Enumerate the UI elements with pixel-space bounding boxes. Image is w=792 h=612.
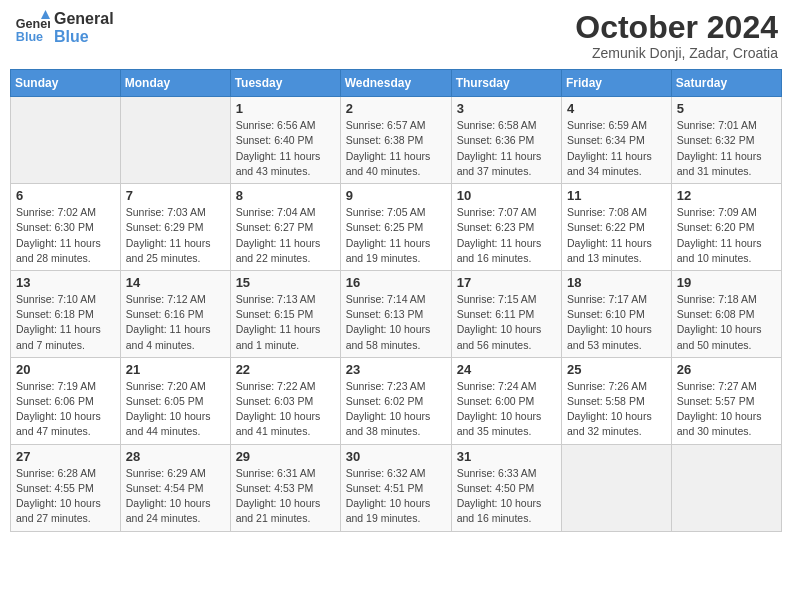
day-number: 19 (677, 275, 776, 290)
day-of-week-header: Wednesday (340, 70, 451, 97)
calendar-cell: 6Sunrise: 7:02 AM Sunset: 6:30 PM Daylig… (11, 184, 121, 271)
day-number: 1 (236, 101, 335, 116)
day-number: 3 (457, 101, 556, 116)
day-info: Sunrise: 7:14 AM Sunset: 6:13 PM Dayligh… (346, 292, 446, 353)
day-number: 23 (346, 362, 446, 377)
day-number: 17 (457, 275, 556, 290)
svg-text:Blue: Blue (16, 30, 43, 44)
day-info: Sunrise: 7:09 AM Sunset: 6:20 PM Dayligh… (677, 205, 776, 266)
calendar-cell: 5Sunrise: 7:01 AM Sunset: 6:32 PM Daylig… (671, 97, 781, 184)
calendar-cell: 13Sunrise: 7:10 AM Sunset: 6:18 PM Dayli… (11, 270, 121, 357)
calendar-week-row: 6Sunrise: 7:02 AM Sunset: 6:30 PM Daylig… (11, 184, 782, 271)
calendar-week-row: 27Sunrise: 6:28 AM Sunset: 4:55 PM Dayli… (11, 444, 782, 531)
day-number: 18 (567, 275, 666, 290)
day-number: 4 (567, 101, 666, 116)
day-of-week-header: Saturday (671, 70, 781, 97)
day-number: 12 (677, 188, 776, 203)
day-info: Sunrise: 7:05 AM Sunset: 6:25 PM Dayligh… (346, 205, 446, 266)
calendar-week-row: 13Sunrise: 7:10 AM Sunset: 6:18 PM Dayli… (11, 270, 782, 357)
calendar-cell: 4Sunrise: 6:59 AM Sunset: 6:34 PM Daylig… (562, 97, 672, 184)
calendar-cell: 23Sunrise: 7:23 AM Sunset: 6:02 PM Dayli… (340, 357, 451, 444)
day-info: Sunrise: 6:57 AM Sunset: 6:38 PM Dayligh… (346, 118, 446, 179)
day-number: 11 (567, 188, 666, 203)
day-of-week-header: Sunday (11, 70, 121, 97)
day-number: 31 (457, 449, 556, 464)
day-info: Sunrise: 6:33 AM Sunset: 4:50 PM Dayligh… (457, 466, 556, 527)
day-info: Sunrise: 6:56 AM Sunset: 6:40 PM Dayligh… (236, 118, 335, 179)
month-title: October 2024 (575, 10, 778, 45)
calendar-cell (671, 444, 781, 531)
day-number: 28 (126, 449, 225, 464)
day-number: 26 (677, 362, 776, 377)
calendar-cell: 24Sunrise: 7:24 AM Sunset: 6:00 PM Dayli… (451, 357, 561, 444)
day-info: Sunrise: 7:20 AM Sunset: 6:05 PM Dayligh… (126, 379, 225, 440)
logo-general: General (54, 10, 114, 28)
day-info: Sunrise: 7:02 AM Sunset: 6:30 PM Dayligh… (16, 205, 115, 266)
day-number: 7 (126, 188, 225, 203)
day-info: Sunrise: 6:59 AM Sunset: 6:34 PM Dayligh… (567, 118, 666, 179)
day-info: Sunrise: 7:01 AM Sunset: 6:32 PM Dayligh… (677, 118, 776, 179)
calendar-cell: 11Sunrise: 7:08 AM Sunset: 6:22 PM Dayli… (562, 184, 672, 271)
calendar-cell (120, 97, 230, 184)
calendar-cell: 26Sunrise: 7:27 AM Sunset: 5:57 PM Dayli… (671, 357, 781, 444)
day-info: Sunrise: 7:23 AM Sunset: 6:02 PM Dayligh… (346, 379, 446, 440)
day-number: 22 (236, 362, 335, 377)
calendar-cell: 22Sunrise: 7:22 AM Sunset: 6:03 PM Dayli… (230, 357, 340, 444)
day-info: Sunrise: 6:28 AM Sunset: 4:55 PM Dayligh… (16, 466, 115, 527)
day-number: 27 (16, 449, 115, 464)
day-info: Sunrise: 7:10 AM Sunset: 6:18 PM Dayligh… (16, 292, 115, 353)
day-of-week-header: Friday (562, 70, 672, 97)
calendar-cell: 2Sunrise: 6:57 AM Sunset: 6:38 PM Daylig… (340, 97, 451, 184)
calendar-cell: 8Sunrise: 7:04 AM Sunset: 6:27 PM Daylig… (230, 184, 340, 271)
day-info: Sunrise: 7:17 AM Sunset: 6:10 PM Dayligh… (567, 292, 666, 353)
calendar-cell: 30Sunrise: 6:32 AM Sunset: 4:51 PM Dayli… (340, 444, 451, 531)
day-info: Sunrise: 7:07 AM Sunset: 6:23 PM Dayligh… (457, 205, 556, 266)
calendar-cell: 25Sunrise: 7:26 AM Sunset: 5:58 PM Dayli… (562, 357, 672, 444)
location: Zemunik Donji, Zadar, Croatia (575, 45, 778, 61)
day-number: 15 (236, 275, 335, 290)
day-info: Sunrise: 7:08 AM Sunset: 6:22 PM Dayligh… (567, 205, 666, 266)
calendar-week-row: 20Sunrise: 7:19 AM Sunset: 6:06 PM Dayli… (11, 357, 782, 444)
day-info: Sunrise: 6:29 AM Sunset: 4:54 PM Dayligh… (126, 466, 225, 527)
day-of-week-header: Tuesday (230, 70, 340, 97)
calendar-cell: 17Sunrise: 7:15 AM Sunset: 6:11 PM Dayli… (451, 270, 561, 357)
calendar-cell: 21Sunrise: 7:20 AM Sunset: 6:05 PM Dayli… (120, 357, 230, 444)
day-number: 6 (16, 188, 115, 203)
calendar-cell: 9Sunrise: 7:05 AM Sunset: 6:25 PM Daylig… (340, 184, 451, 271)
day-info: Sunrise: 7:13 AM Sunset: 6:15 PM Dayligh… (236, 292, 335, 353)
day-info: Sunrise: 7:19 AM Sunset: 6:06 PM Dayligh… (16, 379, 115, 440)
calendar-cell: 20Sunrise: 7:19 AM Sunset: 6:06 PM Dayli… (11, 357, 121, 444)
page-header: General Blue General Blue October 2024 Z… (10, 10, 782, 61)
title-block: October 2024 Zemunik Donji, Zadar, Croat… (575, 10, 778, 61)
calendar-cell: 10Sunrise: 7:07 AM Sunset: 6:23 PM Dayli… (451, 184, 561, 271)
calendar-cell: 15Sunrise: 7:13 AM Sunset: 6:15 PM Dayli… (230, 270, 340, 357)
day-number: 25 (567, 362, 666, 377)
calendar-cell: 19Sunrise: 7:18 AM Sunset: 6:08 PM Dayli… (671, 270, 781, 357)
day-number: 14 (126, 275, 225, 290)
calendar-cell: 1Sunrise: 6:56 AM Sunset: 6:40 PM Daylig… (230, 97, 340, 184)
logo-icon: General Blue (14, 10, 50, 46)
day-number: 8 (236, 188, 335, 203)
day-number: 21 (126, 362, 225, 377)
calendar-cell: 18Sunrise: 7:17 AM Sunset: 6:10 PM Dayli… (562, 270, 672, 357)
day-info: Sunrise: 7:12 AM Sunset: 6:16 PM Dayligh… (126, 292, 225, 353)
day-info: Sunrise: 7:24 AM Sunset: 6:00 PM Dayligh… (457, 379, 556, 440)
svg-marker-2 (41, 10, 50, 19)
day-info: Sunrise: 7:04 AM Sunset: 6:27 PM Dayligh… (236, 205, 335, 266)
day-of-week-header: Monday (120, 70, 230, 97)
day-number: 10 (457, 188, 556, 203)
day-info: Sunrise: 7:18 AM Sunset: 6:08 PM Dayligh… (677, 292, 776, 353)
day-number: 20 (16, 362, 115, 377)
day-info: Sunrise: 7:22 AM Sunset: 6:03 PM Dayligh… (236, 379, 335, 440)
logo: General Blue General Blue (14, 10, 114, 46)
calendar-body: 1Sunrise: 6:56 AM Sunset: 6:40 PM Daylig… (11, 97, 782, 531)
calendar-cell: 12Sunrise: 7:09 AM Sunset: 6:20 PM Dayli… (671, 184, 781, 271)
day-info: Sunrise: 7:26 AM Sunset: 5:58 PM Dayligh… (567, 379, 666, 440)
day-number: 5 (677, 101, 776, 116)
day-number: 2 (346, 101, 446, 116)
day-info: Sunrise: 6:32 AM Sunset: 4:51 PM Dayligh… (346, 466, 446, 527)
calendar-header-row: SundayMondayTuesdayWednesdayThursdayFrid… (11, 70, 782, 97)
day-info: Sunrise: 6:58 AM Sunset: 6:36 PM Dayligh… (457, 118, 556, 179)
calendar-cell: 28Sunrise: 6:29 AM Sunset: 4:54 PM Dayli… (120, 444, 230, 531)
calendar-week-row: 1Sunrise: 6:56 AM Sunset: 6:40 PM Daylig… (11, 97, 782, 184)
